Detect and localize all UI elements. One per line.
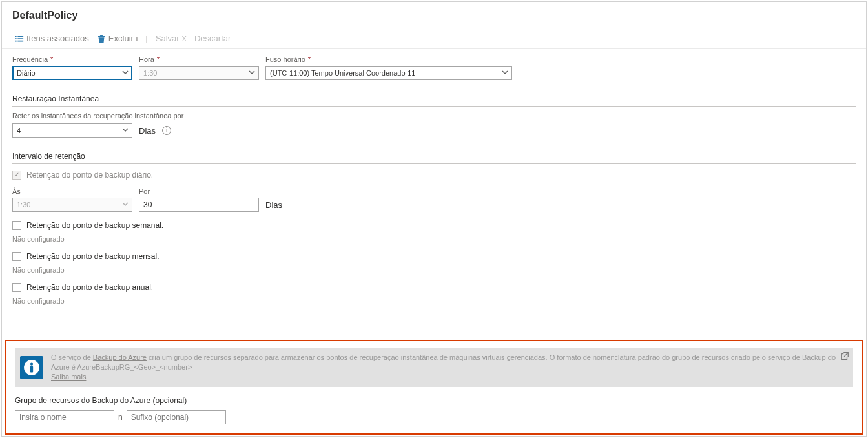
at-field: Às 1:30 <box>12 187 132 212</box>
rg-suffix-input[interactable] <box>127 410 226 424</box>
schedule-row: Frequência* Diário Hora* 1:30 <box>12 56 856 80</box>
trash-icon <box>97 34 106 43</box>
toolbar-separator: | <box>145 34 147 43</box>
info-icon[interactable]: i <box>162 126 171 135</box>
toolbar-save[interactable]: Salvar X <box>153 32 189 45</box>
freq-label: Frequência* <box>12 56 132 63</box>
for-value: 30 <box>143 200 152 209</box>
freq-field: Frequência* Diário <box>12 56 132 80</box>
weekly-checkbox[interactable] <box>12 221 21 230</box>
at-value: 1:30 <box>17 201 30 209</box>
toolbar-associated-items[interactable]: Itens associados <box>12 32 92 45</box>
weekly-label: Retenção do ponto de backup semanal. <box>26 221 163 230</box>
retain-days-select[interactable]: 4 <box>12 123 132 138</box>
toolbar-delete[interactable]: Excluir i <box>94 32 141 45</box>
yearly-retention-row[interactable]: Retenção do ponto de backup anual. <box>12 283 856 292</box>
list-icon <box>15 34 24 43</box>
toolbar-save-label: Salvar <box>156 34 180 43</box>
close-x-icon: X <box>182 35 187 43</box>
at-label: Às <box>12 187 132 195</box>
rg-label: Grupo de recursos do Backup do Azure (op… <box>15 396 853 405</box>
tz-field: Fuso horário* (UTC-11:00) Tempo Universa… <box>265 56 512 80</box>
chevron-down-icon <box>121 126 129 135</box>
form-content: Frequência* Diário Hora* 1:30 <box>2 49 866 305</box>
time-field: Hora* 1:30 <box>139 56 259 80</box>
tz-value: (UTC-11:00) Tempo Universal Coordenado-1… <box>270 69 415 77</box>
chevron-down-icon <box>501 68 509 78</box>
retain-label: Reter os instantâneos da recuperação ins… <box>12 112 856 120</box>
toolbar-discard[interactable]: Descartar <box>192 32 233 45</box>
toolbar-associated-label: Itens associados <box>26 34 89 43</box>
chevron-down-icon <box>121 200 129 209</box>
time-label: Hora* <box>139 56 259 63</box>
monthly-retention-row[interactable]: Retenção do ponto de backup mensal. <box>12 252 856 261</box>
daily-retention-row: ✓ Retenção do ponto de backup diário. <box>12 171 856 180</box>
info-banner-icon <box>20 356 43 379</box>
yearly-label: Retenção do ponto de backup anual. <box>26 283 153 292</box>
days-unit: Dias <box>265 200 282 210</box>
weekly-retention-row[interactable]: Retenção do ponto de backup semanal. <box>12 221 856 230</box>
info-banner: O serviço de Backup do Azure cria um gru… <box>15 348 853 387</box>
for-label: Por <box>139 187 259 195</box>
retention-section: Intervalo de retenção <box>12 152 856 164</box>
rg-separator: n <box>118 413 123 422</box>
monthly-checkbox[interactable] <box>12 252 21 261</box>
external-link-icon[interactable] <box>840 351 849 362</box>
rg-name-input[interactable] <box>15 410 114 424</box>
tz-label: Fuso horário* <box>265 56 512 63</box>
monthly-not-configured: Não configurado <box>12 266 856 274</box>
rg-inputs: n <box>15 410 853 424</box>
required-mark: * <box>50 56 53 63</box>
for-input[interactable]: 30 <box>139 198 259 212</box>
title-text: DefaultPolicy <box>12 10 78 21</box>
svg-point-2 <box>30 362 33 365</box>
time-value: 1:30 <box>143 69 157 77</box>
days-unit: Dias <box>139 126 156 136</box>
yearly-not-configured: Não configurado <box>12 297 856 305</box>
check-icon: ✓ <box>14 172 19 178</box>
toolbar-discard-label: Descartar <box>194 34 231 43</box>
tz-select[interactable]: (UTC-11:00) Tempo Universal Coordenado-1… <box>265 66 512 80</box>
time-select[interactable]: 1:30 <box>139 66 259 80</box>
daily-checkbox: ✓ <box>12 171 21 180</box>
toolbar-delete-label: Excluir i <box>108 34 138 43</box>
policy-blade: DefaultPolicy Itens associados Excluir i… <box>1 1 867 437</box>
page-title: DefaultPolicy <box>2 2 866 28</box>
banner-text: O serviço de Backup do Azure cria um gru… <box>51 353 848 382</box>
freq-select[interactable]: Diário <box>12 66 132 80</box>
daily-retention-fields: Às 1:30 Por 30 Dias <box>12 187 856 212</box>
resource-group-callout: O serviço de Backup do Azure cria um gru… <box>5 340 863 435</box>
monthly-label: Retenção do ponto de backup mensal. <box>26 252 159 261</box>
instant-restore-section: Restauração Instantânea <box>12 94 856 107</box>
chevron-down-icon <box>248 68 256 78</box>
days-unit-field: Dias <box>265 190 282 212</box>
chevron-down-icon <box>121 68 129 78</box>
svg-rect-3 <box>30 366 33 373</box>
weekly-not-configured: Não configurado <box>12 235 856 243</box>
for-field: Por 30 <box>139 187 259 212</box>
at-select: 1:30 <box>12 198 132 212</box>
daily-label: Retenção do ponto de backup diário. <box>26 171 153 180</box>
yearly-checkbox[interactable] <box>12 283 21 292</box>
freq-value: Diário <box>17 69 36 77</box>
retain-row: 4 Dias i <box>12 123 856 138</box>
retain-value: 4 <box>17 127 21 134</box>
learn-more-link[interactable]: Saiba mais <box>51 373 86 381</box>
toolbar: Itens associados Excluir i | Salvar X De… <box>2 28 866 49</box>
